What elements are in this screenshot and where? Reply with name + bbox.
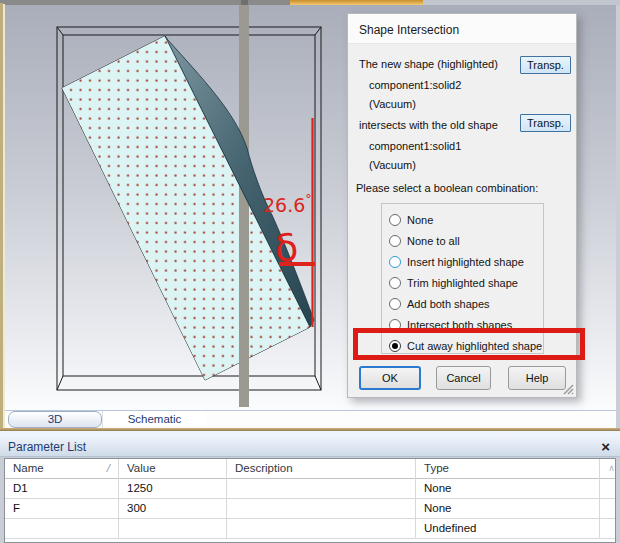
old-shape-label: intersects with the old shape: [359, 119, 498, 131]
dialog-titlebar[interactable]: Shape Intersection: [348, 14, 576, 44]
param-name-cell[interactable]: [5, 519, 119, 539]
param-value-cell[interactable]: 300: [119, 499, 227, 519]
option-none-to-all[interactable]: None to all: [389, 230, 543, 251]
radio-icon[interactable]: [389, 319, 401, 331]
parameter-panel-title: Parameter List: [8, 440, 86, 454]
dialog-title: Shape Intersection: [359, 23, 459, 37]
cancel-button[interactable]: Cancel: [436, 366, 491, 390]
parameter-panel-header: Parameter List ×: [0, 437, 620, 457]
param-description-cell[interactable]: [227, 479, 416, 499]
option-add-both[interactable]: Add both shapes: [389, 293, 543, 314]
tab-schematic[interactable]: Schematic: [102, 411, 206, 428]
delta-annotation: δ: [273, 225, 301, 271]
table-row: F 300 None: [5, 499, 615, 519]
scroll-up-icon[interactable]: ∧: [600, 459, 615, 479]
radio-icon[interactable]: [389, 235, 401, 247]
column-header-type[interactable]: Type: [416, 459, 600, 479]
column-header-name[interactable]: Name /: [5, 459, 119, 479]
new-shape-component: component1:solid2: [369, 79, 461, 91]
radio-icon[interactable]: [389, 277, 401, 289]
param-type-cell[interactable]: Undefined: [416, 519, 600, 539]
close-icon[interactable]: ×: [601, 438, 610, 456]
option-insert-highlighted[interactable]: Insert highlighted shape: [389, 251, 543, 272]
table-row-partial: [5, 539, 615, 543]
sort-ascending-icon[interactable]: /: [107, 459, 110, 478]
table-row: D1 1250 None: [5, 479, 615, 499]
option-trim-highlighted[interactable]: Trim highlighted shape: [389, 272, 543, 293]
resize-grip-icon[interactable]: [563, 384, 574, 395]
new-shape-label: The new shape (highlighted): [359, 58, 498, 70]
ok-button[interactable]: OK: [359, 366, 421, 390]
tab-3d[interactable]: 3D: [8, 411, 102, 428]
vertical-split-bar: [239, 5, 249, 407]
transp-new-shape-button[interactable]: Transp.: [520, 56, 571, 74]
old-shape-component: component1:solid1: [369, 140, 461, 152]
scroll-track[interactable]: [600, 479, 615, 499]
angle-dimension-label: 26.6°: [263, 191, 312, 216]
radio-selected-icon[interactable]: [389, 340, 401, 352]
help-button[interactable]: Help: [508, 366, 566, 390]
param-value-cell[interactable]: [119, 519, 227, 539]
param-name-cell[interactable]: F: [5, 499, 119, 519]
parameter-table: Name / Value Description Type ∧ D1 1250 …: [4, 458, 616, 543]
column-header-description[interactable]: Description: [227, 459, 416, 479]
new-shape-material: (Vacuum): [369, 98, 416, 110]
radio-icon[interactable]: [389, 214, 401, 226]
param-type-cell[interactable]: None: [416, 499, 600, 519]
parameter-table-header-row: Name / Value Description Type ∧: [5, 459, 615, 479]
param-description-cell[interactable]: [227, 499, 416, 519]
boolean-prompt: Please select a boolean combination:: [356, 182, 538, 194]
option-intersect-both[interactable]: Intersect both shapes: [389, 314, 543, 335]
scroll-track[interactable]: [600, 499, 615, 519]
param-type-cell[interactable]: None: [416, 479, 600, 499]
param-name-cell[interactable]: D1: [5, 479, 119, 499]
option-cut-away-highlighted[interactable]: Cut away highlighted shape: [389, 335, 543, 356]
radio-icon[interactable]: [389, 256, 401, 268]
table-row: Undefined: [5, 519, 615, 539]
column-header-value[interactable]: Value: [119, 459, 227, 479]
boolean-options-group: None None to all Insert highlighted shap…: [381, 203, 544, 354]
param-description-cell[interactable]: [227, 519, 416, 539]
view-tab-bar: 3D Schematic: [5, 410, 616, 428]
scroll-track[interactable]: [600, 519, 615, 539]
shape-intersection-dialog: Shape Intersection The new shape (highli…: [347, 13, 577, 398]
transp-old-shape-button[interactable]: Transp.: [520, 114, 571, 132]
option-none[interactable]: None: [389, 209, 543, 230]
radio-icon[interactable]: [389, 298, 401, 310]
param-value-cell[interactable]: 1250: [119, 479, 227, 499]
old-shape-material: (Vacuum): [369, 159, 416, 171]
